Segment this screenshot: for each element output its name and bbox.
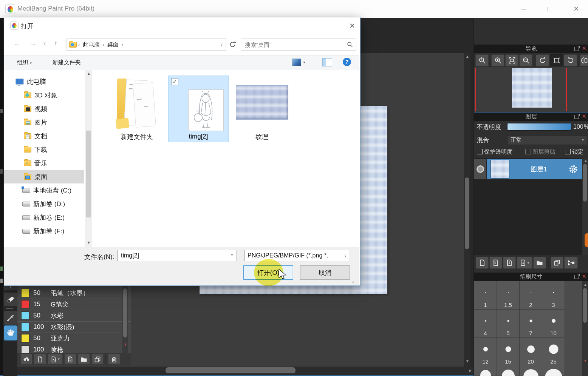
dock-flyout-tab[interactable] [585,233,588,247]
navigator-preview[interactable] [474,67,588,112]
preview-pane-button[interactable] [322,58,332,66]
add-layer-button[interactable]: ▼ [517,257,532,269]
brush-item[interactable]: 100 水彩(湿) [17,321,131,333]
history-caret-icon[interactable] [43,42,46,46]
merge-layer-button[interactable] [564,257,578,269]
brush-size-scrollbar[interactable]: ▲ ▼ [582,281,588,376]
address-caret-icon[interactable] [220,43,223,47]
layer-folder-button[interactable] [533,257,546,269]
eraser-tool[interactable] [4,292,17,307]
clipping-checkbox[interactable]: 图层剪贴 [525,148,555,156]
navigator-thumbnail[interactable] [512,68,552,108]
zoom-100-button[interactable]: 1 [475,54,489,66]
sidebar-item-drive-d[interactable]: 新加卷 (D:) [4,197,84,211]
brush-item[interactable]: 100 喷枪 [17,344,131,353]
organize-menu[interactable]: 组织 ▾ [17,59,32,66]
new-layer-button[interactable] [476,257,489,269]
sidebar-item-3d-objects[interactable]: 3D 对象 [4,88,84,102]
sidebar-item-drive-e[interactable]: 新加卷 (E:) [4,211,84,224]
delete-brush-button[interactable] [108,354,120,365]
brush-size-cell[interactable]: 15 [497,338,520,366]
file-tile-folder[interactable]: 新建文件夹 [112,74,161,143]
brush-size-cell[interactable] [520,366,542,376]
new-brush-button[interactable] [34,354,46,365]
duplicate-brush-button[interactable] [91,354,104,365]
layer-settings-gear-icon[interactable] [568,164,578,174]
blend-mode-select[interactable]: 正常 ▼ [507,135,587,145]
breadcrumb-desktop[interactable]: 桌面 [106,41,120,48]
close-button[interactable] [568,3,585,14]
brush-size-cell[interactable]: 1.5 [497,281,520,310]
sidebar-item-videos[interactable]: 视频 [4,102,84,116]
view-mode-button[interactable]: ▼ [292,59,306,66]
zoom-in-button[interactable] [491,54,504,66]
brush-size-cell[interactable] [542,366,565,376]
brush-size-cell[interactable]: 1 [474,281,497,310]
lock-checkbox[interactable]: 锁定 [565,148,583,156]
fit-screen-button[interactable] [505,54,518,66]
brush-size-cell[interactable]: 20 [520,338,542,366]
breadcrumb[interactable]: 此电脑 桌面 [67,39,226,51]
hand-tool[interactable] [4,325,17,341]
new-8bit-layer-button[interactable]: 8 [489,257,502,269]
breadcrumb-this-pc[interactable]: 此电脑 [81,41,101,48]
new-folder-button[interactable]: 新建文件夹 [53,59,81,66]
dialog-close-icon[interactable] [350,20,355,31]
layer-visibility-toggle[interactable] [474,159,486,179]
brush-size-cell[interactable]: 4 [474,310,497,338]
brush-size-cell[interactable]: 5 [497,310,520,338]
search-input[interactable] [244,41,347,48]
file-tile-texture[interactable]: 纹理 [235,74,288,143]
filename-input[interactable] [118,250,237,261]
sidebar-item-downloads[interactable]: ↓下载 [4,143,84,156]
up-icon[interactable]: ↑ [54,40,57,47]
popout-icon[interactable] [574,47,579,51]
rotate-right-button[interactable] [564,54,577,66]
sidebar-item-this-pc[interactable]: 此电脑 [4,75,84,88]
opacity-slider[interactable] [507,123,571,131]
brush-list-scrollbar[interactable]: ▼ [122,285,128,353]
refresh-button[interactable] [227,39,239,51]
popout-icon[interactable] [574,275,579,279]
reset-view-button[interactable] [550,54,563,66]
pen-tool[interactable] [4,311,17,325]
canvas-hscroll-thumb[interactable] [166,367,296,373]
script-brush-button[interactable]: S [64,354,76,365]
popout-icon[interactable] [574,115,579,119]
sidebar-scroll-thumb[interactable] [86,131,91,217]
sidebar-item-documents[interactable]: 文档 [4,129,84,143]
canvas-vscroll-thumb[interactable] [465,177,469,249]
rotate-left-button[interactable] [536,54,549,66]
sidebar-item-desktop-selected[interactable]: 桌面 [4,170,84,183]
file-tile-timg-selected[interactable]: ✓ timg[2] [168,76,229,142]
close-panel-icon[interactable] [582,113,586,120]
close-panel-icon[interactable] [582,45,586,52]
canvas-vertical-scrollbar[interactable]: ▲ ▼ [464,53,470,367]
brush-size-cell[interactable]: 2 [520,281,542,310]
brush-size-cell[interactable]: 25 [542,338,565,366]
brush-cloud-download-button[interactable] [20,354,32,365]
brush-item[interactable]: 15 G笔尖 [17,299,131,310]
brush-size-cell[interactable] [497,366,520,376]
search-icon[interactable] [347,42,353,48]
sidebar-item-pictures[interactable]: 图片 [4,116,84,129]
protect-alpha-checkbox[interactable]: 保护透明度 [477,148,512,156]
close-panel-icon[interactable] [582,273,586,280]
back-icon[interactable]: ← [14,40,20,48]
minimize-button[interactable] [515,3,532,14]
sidebar-item-drive-f[interactable]: 新加卷 (F:) [4,224,84,238]
brush-size-cell[interactable] [474,366,497,376]
layer-row-selected[interactable]: 图层1 [487,159,582,179]
filename-caret-icon[interactable] [231,253,233,257]
brush-item[interactable]: 50 水彩 [17,310,131,322]
filetype-select[interactable]: PNG/JPEG/BMP/GIF (*.png *. [244,250,349,261]
selection-checkbox[interactable]: ✓ [171,78,178,85]
brush-folder-button[interactable] [78,354,90,365]
flip-horizontal-button[interactable] [580,54,588,66]
brush-item[interactable]: 50 毛笔（水墨） [17,287,131,299]
add-brush-image-button[interactable]: ▼ [48,354,63,365]
canvas-horizontal-scrollbar[interactable]: ► [5,367,473,374]
maximize-button[interactable] [541,3,559,14]
sidebar-item-drive-c[interactable]: 本地磁盘 (C:) [4,183,84,197]
sidebar-item-music[interactable]: ♪音乐 [4,156,84,170]
